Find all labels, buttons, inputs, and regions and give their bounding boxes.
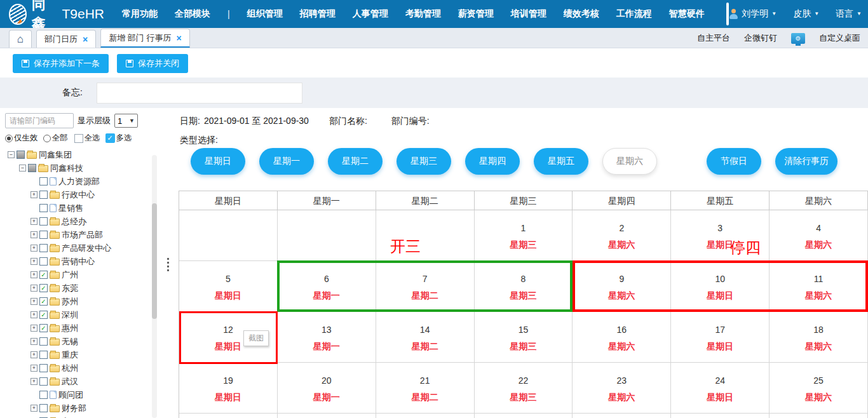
tree-item-行政中心[interactable]: +行政中心	[5, 188, 160, 201]
pill-button-星期四[interactable]: 星期四	[465, 148, 520, 175]
calendar-cell[interactable]: 19星期日	[179, 363, 278, 414]
close-icon[interactable]: ×	[83, 34, 88, 44]
menu-item-performance[interactable]: 绩效考核	[564, 8, 599, 20]
calendar-cell[interactable]: 13星期一	[278, 312, 376, 363]
tree-expand-toggle[interactable]: +	[31, 325, 37, 332]
tree-checkbox[interactable]	[39, 177, 48, 185]
calendar-cell[interactable]: 10星期日	[671, 261, 770, 312]
link-self-platform[interactable]: 自主平台	[697, 32, 730, 44]
tab-new-department-schedule[interactable]: 新增 部门 行事历 ×	[100, 29, 189, 48]
calendar-cell[interactable]	[475, 414, 573, 418]
tree-expand-toggle[interactable]: −	[8, 151, 15, 158]
tree-item-合肥[interactable]: +合肥	[5, 415, 160, 418]
tree-expand-toggle[interactable]: +	[31, 271, 37, 278]
tree-item-产品研发中心[interactable]: +产品研发中心	[5, 241, 160, 255]
calendar-cell[interactable]: 7星期二	[376, 261, 475, 312]
tree-checkbox[interactable]	[39, 391, 48, 399]
calendar-cell[interactable]: 1星期三	[475, 210, 573, 261]
display-level-select[interactable]: 1 ▼	[114, 114, 138, 128]
tree-expand-toggle[interactable]: +	[31, 338, 37, 345]
sidebar-scrollbar-thumb[interactable]	[152, 203, 157, 319]
calendar-cell[interactable]	[376, 210, 475, 261]
tree-expand-toggle[interactable]: +	[31, 351, 37, 358]
tree-item-市场产品部[interactable]: +市场产品部	[5, 228, 160, 241]
skin-menu[interactable]: 皮肤 ▼	[793, 8, 819, 20]
tree-expand-toggle[interactable]: +	[31, 311, 37, 318]
tree-item-武汉[interactable]: +武汉	[5, 375, 160, 388]
tree-item-顾问团[interactable]: 顾问团	[5, 388, 160, 401]
calendar-cell[interactable]: 2星期六	[573, 210, 671, 261]
tree-expand-toggle[interactable]: +	[31, 258, 37, 265]
tree-expand-toggle[interactable]: +	[31, 245, 37, 252]
tree-item-无锡[interactable]: +无锡	[5, 335, 160, 348]
tree-checkbox[interactable]: ✓	[39, 311, 48, 319]
pill-button-星期日[interactable]: 星期日	[191, 148, 245, 175]
language-menu[interactable]: 语言 ▼	[836, 8, 862, 20]
pill-button-星期一[interactable]: 星期一	[259, 148, 314, 175]
tree-item-重庆[interactable]: +重庆	[5, 348, 160, 361]
calendar-cell[interactable]: 18星期六	[770, 312, 868, 363]
calendar-cell[interactable]: 16星期六	[573, 312, 671, 363]
calendar-cell[interactable]	[179, 210, 278, 261]
memo-input[interactable]	[97, 83, 302, 104]
menu-item-attendance[interactable]: 考勤管理	[405, 8, 441, 20]
calendar-cell[interactable]: 6星期一	[278, 261, 376, 312]
tree-expand-toggle[interactable]: −	[19, 165, 26, 172]
tree-checkbox[interactable]	[39, 404, 48, 412]
checkbox-select-all[interactable]	[74, 134, 83, 143]
tree-checkbox[interactable]: ✓	[39, 271, 48, 279]
calendar-cell[interactable]: 8星期三	[475, 261, 573, 312]
calendar-cell[interactable]: 14星期二	[376, 312, 475, 363]
menu-item-common[interactable]: 常用功能	[122, 8, 158, 20]
tree-checkbox[interactable]: ✓	[39, 284, 48, 292]
tree-item-星销售[interactable]: 星销售	[5, 201, 160, 215]
tree-item-深圳[interactable]: +✓深圳	[5, 308, 160, 321]
calendar-cell[interactable]: 25星期六	[770, 363, 868, 414]
tree-expand-toggle[interactable]: +	[31, 285, 37, 292]
menu-item-payroll[interactable]: 薪资管理	[458, 8, 494, 20]
tree-item-惠州[interactable]: +✓惠州	[5, 321, 160, 335]
pill-button-节假日[interactable]: 节假日	[707, 148, 761, 175]
tree-expand-toggle[interactable]: +	[31, 191, 37, 198]
close-icon[interactable]: ×	[176, 33, 181, 43]
tree-item-杭州[interactable]: +杭州	[5, 361, 160, 375]
tree-expand-toggle[interactable]: +	[31, 378, 37, 385]
tree-checkbox[interactable]	[17, 151, 25, 159]
pill-button-星期六[interactable]: 星期六	[602, 148, 657, 175]
calendar-cell[interactable]	[671, 414, 770, 418]
menu-item-organization[interactable]: 组织管理	[247, 8, 283, 20]
calendar-cell[interactable]: 5星期日	[179, 261, 278, 312]
user-menu[interactable]: 刘学明 ▼	[729, 8, 776, 20]
tree-checkbox[interactable]	[39, 244, 48, 252]
calendar-cell[interactable]: 12星期日	[179, 312, 278, 363]
link-custom-desktop[interactable]: 自定义桌面	[819, 32, 860, 44]
tab-department-calendar[interactable]: 部门日历 ×	[36, 30, 96, 48]
tree-item-营销中心[interactable]: +营销中心	[5, 255, 160, 268]
tree-checkbox[interactable]	[39, 231, 48, 239]
menu-item-training[interactable]: 培训管理	[511, 8, 546, 20]
calendar-cell[interactable]: 4星期六	[770, 210, 868, 261]
tree-item-东莞[interactable]: +✓东莞	[5, 281, 160, 295]
tree-checkbox[interactable]	[39, 364, 48, 372]
calendar-cell[interactable]	[770, 414, 868, 418]
calendar-cell[interactable]	[376, 414, 475, 418]
calendar-cell[interactable]	[573, 414, 671, 418]
panel-splitter[interactable]	[160, 108, 179, 418]
tree-expand-toggle[interactable]: +	[31, 365, 37, 372]
calendar-cell[interactable]	[278, 414, 376, 418]
tree-checkbox[interactable]	[39, 257, 48, 266]
calendar-cell[interactable]: 11星期六	[770, 261, 868, 312]
save-and-add-next-button[interactable]: 保存并添加下一条	[13, 54, 109, 73]
tree-expand-toggle[interactable]: +	[31, 231, 37, 238]
calendar-cell[interactable]: 22星期三	[475, 363, 573, 414]
tree-item-同鑫科技[interactable]: −同鑫科技	[5, 161, 160, 175]
calendar-cell[interactable]	[278, 210, 376, 261]
tree-checkbox[interactable]	[39, 351, 48, 359]
tree-checkbox[interactable]	[28, 164, 36, 172]
save-and-close-button[interactable]: 保存并关闭	[117, 54, 188, 73]
calendar-cell[interactable]: 23星期六	[573, 363, 671, 414]
calendar-cell[interactable]: 17星期日	[671, 312, 770, 363]
tree-expand-toggle[interactable]: +	[31, 298, 37, 305]
tree-expand-toggle[interactable]: +	[31, 405, 37, 412]
calendar-cell[interactable]: 15星期三	[475, 312, 573, 363]
